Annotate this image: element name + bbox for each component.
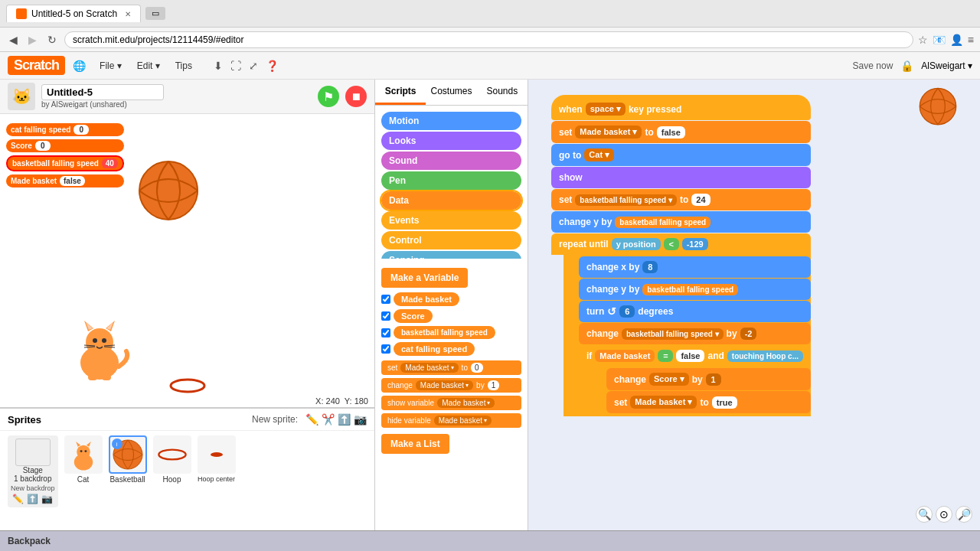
basketball-thumbnail: i [109,435,147,474]
sprite-item-hoop-center[interactable]: Hoop center [198,435,236,483]
maximize-icon[interactable]: ⤢ [249,60,258,72]
category-looks[interactable]: Looks [381,132,521,150]
make-variable-button[interactable]: Make a Variable [381,268,468,288]
save-now-button[interactable]: Save now [853,60,893,71]
sprites-header: Sprites New sprite: ✏️ ✂️ ⬆️ 📷 [0,409,374,431]
paint-icon[interactable]: ✏️ [305,413,318,425]
cat-speed-pill[interactable]: cat falling speed [394,342,475,356]
edit-menu[interactable]: Edit ▾ [131,57,166,74]
address-input[interactable] [64,31,913,48]
backdrop-new-label: New backdrop [11,484,55,492]
bball-speed-dropdown2[interactable]: basketball falling speed ▾ [575,194,677,206]
file-menu[interactable]: File ▾ [93,57,128,74]
tab-sounds[interactable]: Sounds [477,80,528,105]
menu-icon[interactable]: ≡ [968,34,974,46]
stage-and-sprites: 🐱 by AlSweigart (unshared) ⚑ ⏹ cat falli… [0,80,375,530]
make-list-button[interactable]: Make a List [381,434,449,454]
category-sensing[interactable]: Sensing [381,251,521,259]
turn-block[interactable]: turn ↺ 6 degrees [579,301,811,322]
bball-speed-checkbox[interactable] [381,328,390,337]
category-events[interactable]: Events [381,211,521,230]
when-key-block[interactable]: when space ▾ key pressed [551,95,811,120]
change-block[interactable]: change Made basket ▾ by 1 [381,378,521,393]
score-checkbox[interactable] [381,311,390,321]
green-flag-button[interactable]: ⚑ [318,86,339,107]
user-label[interactable]: AlSweigart ▾ [921,60,972,71]
hide-variable-block[interactable]: hide variable Made basket ▾ [381,413,521,428]
change-y-block[interactable]: change y by basketball falling speed [551,211,811,233]
browser-tab[interactable]: Untitled-5 on Scratch ✕ [6,5,141,22]
made-basket-checkbox[interactable] [381,295,390,304]
basketball-sprite [138,160,199,223]
show-variable-block[interactable]: show variable Made basket ▾ [381,396,521,410]
globe-icon[interactable]: 🌐 [73,60,86,72]
sprite-item-cat[interactable]: Cat [64,435,103,484]
key-dropdown[interactable]: space ▾ [586,103,626,116]
zoom-in-button[interactable]: 🔍 [916,506,933,523]
backpack-bar[interactable]: Backpack [0,530,980,551]
paint-backdrop-icon[interactable]: ✏️ [12,494,24,504]
tab-costumes[interactable]: Costumes [426,80,476,105]
zoom-reset-button[interactable]: ⊙ [936,506,952,523]
set-mb-dropdown[interactable]: Made basket ▾ [575,126,642,139]
download-icon[interactable]: ⬇ [214,60,223,72]
hoop-sprite [168,378,207,396]
go-to-dropdown[interactable]: Cat ▾ [584,148,614,161]
set-made-basket-block[interactable]: set Made basket ▾ to false [551,121,811,143]
score-display: Score 0 [6,139,124,152]
score-pill[interactable]: Score [394,309,433,323]
bball-speed-pill[interactable]: basketball falling speed [394,326,495,339]
project-title-input[interactable] [41,84,164,100]
set-made-basket-true-block[interactable]: set Made basket ▾ to true [606,391,811,413]
sprite-item-basketball[interactable]: i Basketball [109,435,147,484]
if-block[interactable]: if Made basket = false and touching Hoop… [579,345,811,367]
scissors-icon[interactable]: ✂️ [322,413,335,425]
bookmark-icon[interactable]: ☆ [918,34,928,46]
zoom-out-button[interactable]: 🔎 [956,506,972,523]
cat-speed-checkbox[interactable] [381,344,390,354]
fullscreen-icon[interactable]: ⛶ [230,60,241,72]
change-bball-speed-block[interactable]: change basketball falling speed ▾ by -2 [579,323,811,344]
tab-scripts[interactable]: Scripts [375,80,426,105]
sprite-item-hoop[interactable]: Hoop [153,435,191,484]
tab-close-icon[interactable]: ✕ [125,10,131,18]
show-block[interactable]: show [551,167,811,188]
project-author: by AlSweigart (unshared) [41,100,164,109]
change-y2-block[interactable]: change y by basketball falling speed [579,279,811,300]
scratch-logo: Scratch [8,56,65,75]
category-pen[interactable]: Pen [381,171,521,190]
category-sound[interactable]: Sound [381,152,521,170]
category-motion[interactable]: Motion [381,112,521,130]
back-button[interactable]: ◀ [6,32,21,47]
set-bball-speed-block[interactable]: set basketball falling speed ▾ to 24 [551,189,811,210]
repeat-until-block[interactable]: repeat until y position < -129 [551,233,811,255]
made-basket-pill[interactable]: Made basket [394,292,459,306]
extensions-icon[interactable]: 📧 [933,34,946,46]
set-block[interactable]: set Made basket ▾ to 0 [381,360,521,375]
browser-tab-bar: Untitled-5 on Scratch ✕ ▭ [0,0,980,28]
backpack-label: Backpack [8,536,51,546]
tips-menu[interactable]: Tips [169,57,198,74]
upload-backdrop-icon[interactable]: ⬆️ [27,494,38,504]
change-score-block[interactable]: change Score ▾ by 1 [606,368,811,390]
new-tab-button[interactable]: ▭ [145,7,165,20]
svg-point-8 [102,338,106,343]
camera-icon[interactable]: 📷 [354,413,367,425]
user-icon[interactable]: 👤 [950,34,963,46]
category-control[interactable]: Control [381,231,521,249]
camera-backdrop-icon[interactable]: 📷 [41,494,53,504]
bball-speed-dropdown3[interactable]: basketball falling speed ▾ [622,328,724,340]
stage-item[interactable]: Stage 1 backdrop New backdrop ✏️ ⬆️ 📷 [8,435,58,507]
score-dropdown[interactable]: Score ▾ [649,373,689,386]
made-basket-ref: Made basket [595,350,655,362]
forward-button[interactable]: ▶ [25,32,40,47]
category-data[interactable]: Data [381,191,521,210]
made-basket-dropdown2[interactable]: Made basket ▾ [630,396,697,409]
go-to-block[interactable]: go to Cat ▾ [551,144,811,166]
reload-button[interactable]: ↻ [44,32,60,47]
help-icon[interactable]: ❓ [266,60,279,72]
change-x-block[interactable]: change x by 8 [579,256,811,278]
val-8: 8 [642,261,658,273]
upload-sprite-icon[interactable]: ⬆️ [338,413,351,425]
stop-button[interactable]: ⏹ [345,86,367,107]
